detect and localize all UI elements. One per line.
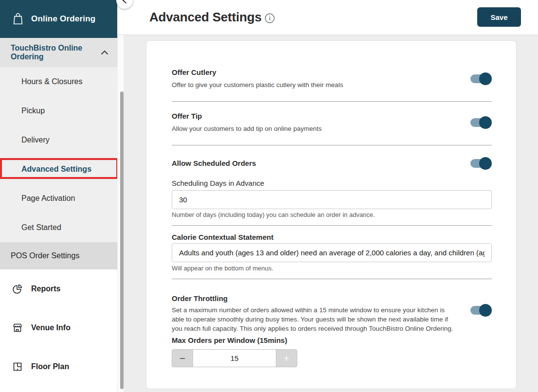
sidebar-item-label: Page Activation bbox=[21, 194, 75, 203]
toggle-knob bbox=[479, 72, 492, 85]
sidebar-item-pickup[interactable]: Pickup bbox=[0, 96, 117, 125]
sidebar-item-label: Venue Info bbox=[31, 323, 71, 332]
floor-plan-icon bbox=[12, 361, 23, 373]
sidebar-item-label: Pickup bbox=[21, 107, 45, 115]
sidebar-item-hours-closures[interactable]: Hours & Closures bbox=[0, 67, 117, 96]
order-throttling-label: Order Throttling bbox=[172, 294, 456, 303]
sidebar-item-pos-order-settings[interactable]: POS Order Settings bbox=[0, 242, 117, 269]
offer-tip-description: Allow your customers to add tip on onlin… bbox=[172, 125, 322, 134]
offer-cutlery-description: Offer to give your customers plastic cut… bbox=[172, 81, 343, 90]
calorie-statement-helper: Will appear on the bottom of menus. bbox=[172, 265, 492, 272]
allow-scheduled-orders-label: Allow Scheduled Orders bbox=[172, 159, 256, 167]
save-button[interactable]: Save bbox=[477, 7, 521, 27]
toggle-knob bbox=[479, 157, 492, 170]
increment-button[interactable]: + bbox=[276, 350, 297, 367]
sidebar-group-touchbistro-online-ordering[interactable]: TouchBistro Online Ordering bbox=[0, 38, 117, 67]
allow-scheduled-orders-toggle[interactable] bbox=[470, 157, 492, 170]
advanced-settings-card: Offer Cutlery Offer to give your custome… bbox=[146, 40, 517, 389]
page-header: Advanced Settings Save bbox=[117, 0, 538, 35]
sidebar-group-label: TouchBistro Online Ordering bbox=[11, 44, 89, 62]
setting-row-allow-scheduled-orders: Allow Scheduled Orders bbox=[172, 157, 492, 170]
divider bbox=[172, 279, 492, 279]
calorie-statement-label: Calorie Contextual Statement bbox=[172, 233, 492, 241]
offer-cutlery-label: Offer Cutlery bbox=[172, 68, 343, 76]
divider bbox=[172, 101, 492, 102]
chevron-left-icon bbox=[122, 0, 127, 4]
scheduling-days-helper: Number of days (including today) you can… bbox=[172, 211, 492, 218]
offer-tip-toggle[interactable] bbox=[470, 116, 492, 129]
sidebar-item-label: Delivery bbox=[21, 136, 50, 144]
sidebar-item-label: Hours & Closures bbox=[21, 77, 82, 86]
sidebar-item-page-activation[interactable]: Page Activation bbox=[0, 184, 117, 213]
toggle-knob bbox=[479, 116, 492, 129]
sidebar-scrollbar-thumb[interactable] bbox=[120, 91, 124, 389]
sidebar-item-label: POS Order Settings bbox=[11, 251, 79, 260]
sidebar-item-label: Get Started bbox=[21, 223, 61, 232]
scheduling-days-input[interactable] bbox=[172, 190, 492, 209]
setting-row-offer-tip: Offer Tip Allow your customers to add ti… bbox=[172, 112, 492, 134]
chevron-up-icon bbox=[101, 50, 108, 55]
scheduling-days-label: Scheduling Days in Advance bbox=[172, 179, 492, 187]
max-orders-value[interactable]: 15 bbox=[193, 350, 276, 367]
sidebar-item-venue-info[interactable]: Venue Info bbox=[0, 308, 117, 347]
max-orders-label: Max Orders per Window (15mins) bbox=[172, 336, 492, 344]
sidebar-header: Online Ordering bbox=[0, 0, 117, 38]
page-title: Advanced Settings bbox=[149, 10, 262, 25]
sidebar-bottom-section: Reports Venue Info bbox=[0, 269, 117, 392]
sidebar-item-label: Reports bbox=[31, 285, 60, 293]
app-window: Online Ordering TouchBistro Online Order… bbox=[0, 0, 538, 392]
setting-row-order-throttling: Order Throttling Set a maximum number of… bbox=[172, 294, 492, 334]
shopping-bag-icon bbox=[12, 12, 24, 26]
sidebar-item-label: Floor Plan bbox=[31, 362, 69, 371]
sidebar-item-get-started[interactable]: Get Started bbox=[0, 213, 117, 242]
sidebar-item-label: Advanced Settings bbox=[21, 165, 91, 174]
storefront-icon bbox=[12, 322, 23, 334]
divider bbox=[172, 145, 492, 145]
toggle-knob bbox=[479, 304, 492, 317]
order-throttling-description: Set a maximum number of orders allowed w… bbox=[172, 306, 456, 334]
info-icon[interactable] bbox=[265, 13, 275, 23]
pie-chart-icon bbox=[12, 283, 23, 295]
sidebar: Online Ordering TouchBistro Online Order… bbox=[0, 0, 117, 392]
sidebar-item-delivery[interactable]: Delivery bbox=[0, 125, 117, 155]
max-orders-stepper: − 15 + bbox=[172, 349, 297, 367]
calorie-statement-input[interactable] bbox=[172, 243, 492, 262]
decrement-button[interactable]: − bbox=[172, 350, 193, 367]
offer-cutlery-toggle[interactable] bbox=[470, 72, 492, 85]
offer-tip-label: Offer Tip bbox=[172, 112, 322, 120]
order-throttling-toggle[interactable] bbox=[470, 304, 492, 317]
sidebar-item-floor-plan[interactable]: Floor Plan bbox=[0, 347, 117, 386]
setting-row-offer-cutlery: Offer Cutlery Offer to give your custome… bbox=[172, 68, 492, 90]
sidebar-header-label: Online Ordering bbox=[31, 14, 95, 24]
sidebar-item-advanced-settings[interactable]: Advanced Settings bbox=[0, 155, 117, 184]
sidebar-item-reports[interactable]: Reports bbox=[0, 269, 117, 308]
divider bbox=[172, 225, 492, 226]
